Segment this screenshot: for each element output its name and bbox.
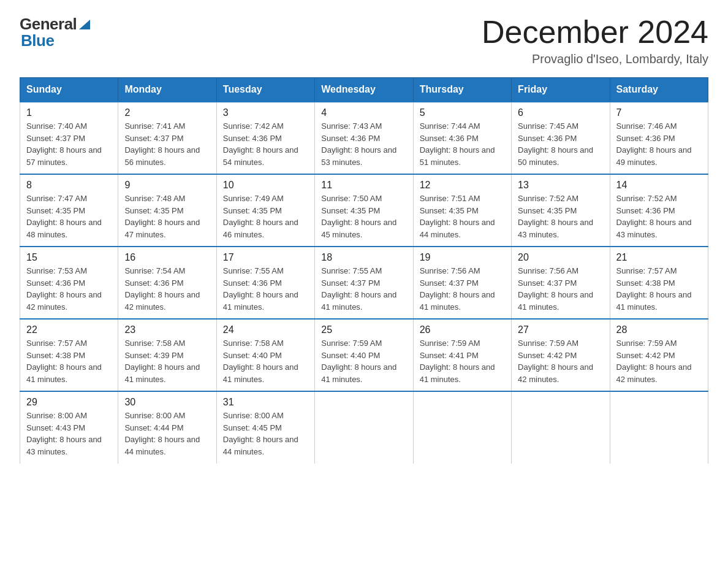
day-number: 23 bbox=[124, 324, 210, 335]
day-info: Sunrise: 7:53 AMSunset: 4:36 PMDaylight:… bbox=[26, 266, 102, 312]
day-number: 8 bbox=[26, 180, 112, 191]
day-info: Sunrise: 8:00 AMSunset: 4:45 PMDaylight:… bbox=[223, 411, 298, 456]
header-thursday: Thursday bbox=[413, 78, 511, 102]
table-row: 24Sunrise: 7:58 AMSunset: 4:40 PMDayligh… bbox=[216, 319, 314, 391]
day-number: 27 bbox=[518, 324, 603, 335]
day-info: Sunrise: 7:40 AMSunset: 4:37 PMDaylight:… bbox=[26, 121, 102, 167]
day-number: 2 bbox=[124, 107, 210, 118]
week-row-5: 29Sunrise: 8:00 AMSunset: 4:43 PMDayligh… bbox=[20, 391, 708, 464]
table-row: 22Sunrise: 7:57 AMSunset: 4:38 PMDayligh… bbox=[20, 319, 118, 391]
day-info: Sunrise: 7:42 AMSunset: 4:36 PMDaylight:… bbox=[223, 121, 298, 167]
table-row: 10Sunrise: 7:49 AMSunset: 4:35 PMDayligh… bbox=[216, 174, 314, 247]
day-info: Sunrise: 8:00 AMSunset: 4:43 PMDaylight:… bbox=[26, 411, 102, 456]
header-wednesday: Wednesday bbox=[315, 78, 413, 102]
day-info: Sunrise: 7:55 AMSunset: 4:37 PMDaylight:… bbox=[321, 266, 396, 312]
table-row: 27Sunrise: 7:59 AMSunset: 4:42 PMDayligh… bbox=[512, 319, 610, 391]
day-info: Sunrise: 7:58 AMSunset: 4:39 PMDaylight:… bbox=[124, 339, 200, 384]
day-info: Sunrise: 7:43 AMSunset: 4:36 PMDaylight:… bbox=[321, 121, 396, 167]
title-section: December 2024 Provaglio d'Iseo, Lombardy… bbox=[482, 15, 708, 66]
day-info: Sunrise: 7:59 AMSunset: 4:42 PMDaylight:… bbox=[518, 339, 593, 384]
day-number: 16 bbox=[124, 252, 210, 263]
logo-blue-text: Blue bbox=[20, 31, 54, 50]
day-number: 3 bbox=[223, 107, 308, 118]
table-row bbox=[315, 391, 413, 464]
day-info: Sunrise: 7:51 AMSunset: 4:35 PMDaylight:… bbox=[420, 194, 495, 239]
day-info: Sunrise: 7:59 AMSunset: 4:42 PMDaylight:… bbox=[616, 339, 692, 384]
table-row: 28Sunrise: 7:59 AMSunset: 4:42 PMDayligh… bbox=[610, 319, 708, 391]
day-number: 15 bbox=[26, 252, 112, 263]
header-monday: Monday bbox=[118, 78, 216, 102]
day-info: Sunrise: 7:47 AMSunset: 4:35 PMDaylight:… bbox=[26, 194, 102, 239]
day-number: 30 bbox=[124, 397, 210, 408]
table-row: 31Sunrise: 8:00 AMSunset: 4:45 PMDayligh… bbox=[216, 391, 314, 464]
table-row: 5Sunrise: 7:44 AMSunset: 4:36 PMDaylight… bbox=[413, 102, 511, 174]
table-row: 15Sunrise: 7:53 AMSunset: 4:36 PMDayligh… bbox=[20, 247, 118, 319]
header-row: Sunday Monday Tuesday Wednesday Thursday… bbox=[20, 78, 708, 102]
table-row: 19Sunrise: 7:56 AMSunset: 4:37 PMDayligh… bbox=[413, 247, 511, 319]
day-number: 4 bbox=[321, 107, 406, 118]
day-number: 5 bbox=[420, 107, 505, 118]
location-subtitle: Provaglio d'Iseo, Lombardy, Italy bbox=[482, 52, 708, 66]
week-row-2: 8Sunrise: 7:47 AMSunset: 4:35 PMDaylight… bbox=[20, 174, 708, 247]
week-row-1: 1Sunrise: 7:40 AMSunset: 4:37 PMDaylight… bbox=[20, 102, 708, 174]
calendar-table: Sunday Monday Tuesday Wednesday Thursday… bbox=[20, 77, 708, 464]
day-number: 21 bbox=[616, 252, 702, 263]
day-info: Sunrise: 7:49 AMSunset: 4:35 PMDaylight:… bbox=[223, 194, 298, 239]
table-row bbox=[610, 391, 708, 464]
day-number: 6 bbox=[518, 107, 603, 118]
logo-triangle-icon bbox=[79, 17, 90, 29]
day-number: 20 bbox=[518, 252, 603, 263]
day-info: Sunrise: 7:44 AMSunset: 4:36 PMDaylight:… bbox=[420, 121, 495, 167]
header-friday: Friday bbox=[512, 78, 610, 102]
day-info: Sunrise: 7:45 AMSunset: 4:36 PMDaylight:… bbox=[518, 121, 593, 167]
day-number: 14 bbox=[616, 180, 702, 191]
table-row: 25Sunrise: 7:59 AMSunset: 4:40 PMDayligh… bbox=[315, 319, 413, 391]
day-number: 17 bbox=[223, 252, 308, 263]
day-info: Sunrise: 7:58 AMSunset: 4:40 PMDaylight:… bbox=[223, 339, 298, 384]
day-number: 11 bbox=[321, 180, 406, 191]
header-saturday: Saturday bbox=[610, 78, 708, 102]
day-info: Sunrise: 7:59 AMSunset: 4:40 PMDaylight:… bbox=[321, 339, 396, 384]
table-row: 9Sunrise: 7:48 AMSunset: 4:35 PMDaylight… bbox=[118, 174, 216, 247]
table-row: 6Sunrise: 7:45 AMSunset: 4:36 PMDaylight… bbox=[512, 102, 610, 174]
table-row: 20Sunrise: 7:56 AMSunset: 4:37 PMDayligh… bbox=[512, 247, 610, 319]
day-number: 28 bbox=[616, 324, 702, 335]
day-info: Sunrise: 7:57 AMSunset: 4:38 PMDaylight:… bbox=[26, 339, 102, 384]
day-info: Sunrise: 7:57 AMSunset: 4:38 PMDaylight:… bbox=[616, 266, 692, 312]
day-number: 13 bbox=[518, 180, 603, 191]
day-number: 12 bbox=[420, 180, 505, 191]
month-title: December 2024 bbox=[482, 15, 708, 50]
day-info: Sunrise: 7:50 AMSunset: 4:35 PMDaylight:… bbox=[321, 194, 396, 239]
day-number: 19 bbox=[420, 252, 505, 263]
table-row: 18Sunrise: 7:55 AMSunset: 4:37 PMDayligh… bbox=[315, 247, 413, 319]
day-number: 9 bbox=[124, 180, 210, 191]
table-row: 12Sunrise: 7:51 AMSunset: 4:35 PMDayligh… bbox=[413, 174, 511, 247]
table-row: 7Sunrise: 7:46 AMSunset: 4:36 PMDaylight… bbox=[610, 102, 708, 174]
header-sunday: Sunday bbox=[20, 78, 118, 102]
table-row: 11Sunrise: 7:50 AMSunset: 4:35 PMDayligh… bbox=[315, 174, 413, 247]
header-tuesday: Tuesday bbox=[216, 78, 314, 102]
table-row: 23Sunrise: 7:58 AMSunset: 4:39 PMDayligh… bbox=[118, 319, 216, 391]
day-number: 18 bbox=[321, 252, 406, 263]
day-info: Sunrise: 7:41 AMSunset: 4:37 PMDaylight:… bbox=[124, 121, 200, 167]
day-number: 26 bbox=[420, 324, 505, 335]
day-number: 1 bbox=[26, 107, 112, 118]
logo: General Blue bbox=[20, 15, 90, 50]
table-row: 14Sunrise: 7:52 AMSunset: 4:36 PMDayligh… bbox=[610, 174, 708, 247]
day-info: Sunrise: 8:00 AMSunset: 4:44 PMDaylight:… bbox=[124, 411, 200, 456]
table-row: 8Sunrise: 7:47 AMSunset: 4:35 PMDaylight… bbox=[20, 174, 118, 247]
table-row bbox=[512, 391, 610, 464]
day-info: Sunrise: 7:55 AMSunset: 4:36 PMDaylight:… bbox=[223, 266, 298, 312]
table-row: 1Sunrise: 7:40 AMSunset: 4:37 PMDaylight… bbox=[20, 102, 118, 174]
day-number: 7 bbox=[616, 107, 702, 118]
day-info: Sunrise: 7:52 AMSunset: 4:35 PMDaylight:… bbox=[518, 194, 593, 239]
day-info: Sunrise: 7:56 AMSunset: 4:37 PMDaylight:… bbox=[420, 266, 495, 312]
day-number: 25 bbox=[321, 324, 406, 335]
table-row: 17Sunrise: 7:55 AMSunset: 4:36 PMDayligh… bbox=[216, 247, 314, 319]
svg-marker-0 bbox=[79, 20, 90, 29]
day-info: Sunrise: 7:59 AMSunset: 4:41 PMDaylight:… bbox=[420, 339, 495, 384]
table-row: 26Sunrise: 7:59 AMSunset: 4:41 PMDayligh… bbox=[413, 319, 511, 391]
day-info: Sunrise: 7:52 AMSunset: 4:36 PMDaylight:… bbox=[616, 194, 692, 239]
table-row bbox=[413, 391, 511, 464]
table-row: 21Sunrise: 7:57 AMSunset: 4:38 PMDayligh… bbox=[610, 247, 708, 319]
